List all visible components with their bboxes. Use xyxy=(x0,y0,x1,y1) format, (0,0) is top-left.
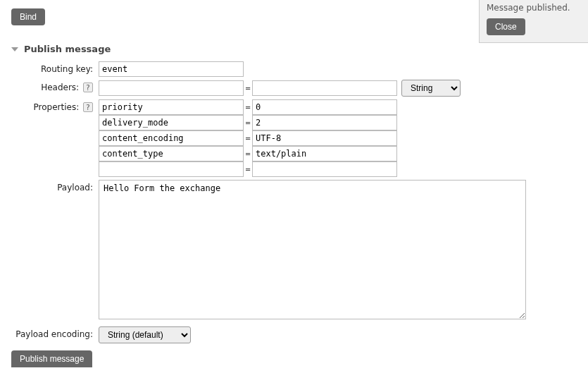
publish-message-form: Routing key: Headers: ? = String Propert… xyxy=(11,61,588,343)
property-key-input[interactable] xyxy=(99,130,244,146)
properties-help-icon[interactable]: ? xyxy=(83,102,93,112)
property-value-input[interactable] xyxy=(252,130,397,146)
property-key-input[interactable] xyxy=(99,115,244,130)
routing-key-label: Routing key: xyxy=(11,61,99,74)
payload-label: Payload: xyxy=(11,180,99,192)
property-row: = xyxy=(99,130,397,146)
header-key-input[interactable] xyxy=(99,80,244,96)
property-row: = xyxy=(99,161,397,177)
notification-panel: Message published. Close xyxy=(479,0,588,43)
headers-help-icon[interactable]: ? xyxy=(83,82,93,92)
notification-text: Message published. xyxy=(487,3,581,13)
equals-sign: = xyxy=(244,130,252,146)
publish-message-button[interactable]: Publish message xyxy=(11,350,92,367)
close-button[interactable]: Close xyxy=(487,18,525,35)
header-type-select[interactable]: String xyxy=(401,80,461,97)
property-value-input[interactable] xyxy=(252,99,397,115)
property-value-input[interactable] xyxy=(252,115,397,130)
property-row: = xyxy=(99,115,397,130)
property-key-input[interactable] xyxy=(99,161,244,177)
property-key-input[interactable] xyxy=(99,146,244,161)
property-key-input[interactable] xyxy=(99,99,244,115)
equals-sign: = xyxy=(244,161,252,177)
header-value-input[interactable] xyxy=(252,80,397,96)
property-value-input[interactable] xyxy=(252,161,397,177)
bind-button[interactable]: Bind xyxy=(11,8,45,25)
equals-sign: = xyxy=(244,99,252,115)
publish-message-section-toggle[interactable]: Publish message xyxy=(11,44,588,54)
section-title: Publish message xyxy=(24,44,111,54)
property-row: = xyxy=(99,146,397,161)
payload-textarea[interactable] xyxy=(99,180,526,319)
headers-label: Headers: ? xyxy=(11,80,99,92)
payload-encoding-select[interactable]: String (default) xyxy=(99,326,191,343)
payload-encoding-label: Payload encoding: xyxy=(11,326,99,339)
properties-list: = = = = = xyxy=(99,99,397,177)
property-row: = xyxy=(99,99,397,115)
property-value-input[interactable] xyxy=(252,146,397,161)
equals-sign: = xyxy=(244,80,252,96)
equals-sign: = xyxy=(244,146,252,161)
chevron-down-icon xyxy=(11,47,18,51)
routing-key-input[interactable] xyxy=(99,61,244,77)
properties-label: Properties: ? xyxy=(11,99,99,112)
equals-sign: = xyxy=(244,115,252,130)
